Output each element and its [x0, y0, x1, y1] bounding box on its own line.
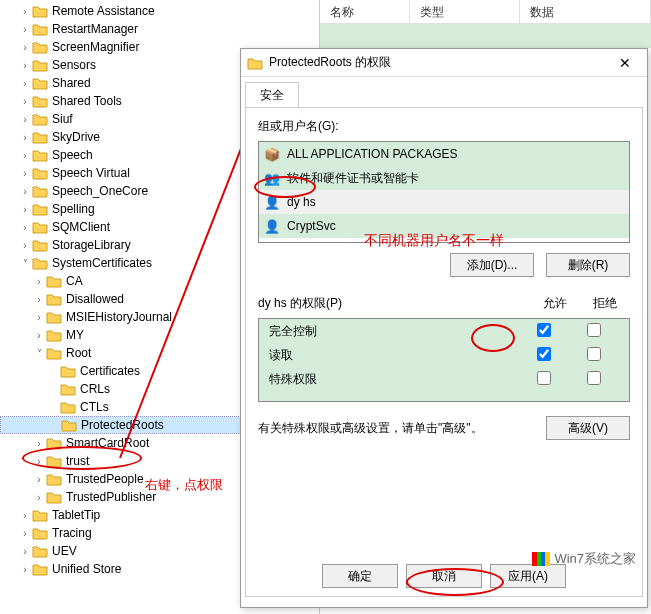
deny-read-checkbox[interactable] — [587, 347, 601, 361]
expand-icon[interactable]: › — [18, 58, 32, 72]
tree-label: Remote Assistance — [52, 4, 155, 18]
tree-label: TabletTip — [52, 508, 100, 522]
advanced-button[interactable]: 高级(V) — [546, 416, 630, 440]
expand-icon[interactable]: › — [18, 148, 32, 162]
folder-icon — [46, 346, 62, 360]
close-button[interactable]: ✕ — [609, 51, 641, 75]
tree-label: Speech_OneCore — [52, 184, 148, 198]
expand-icon[interactable]: ˅ — [32, 346, 46, 360]
expand-icon[interactable]: › — [32, 490, 46, 504]
add-button[interactable]: 添加(D)... — [450, 253, 534, 277]
expand-icon[interactable]: › — [18, 544, 32, 558]
col-type[interactable]: 类型 — [410, 0, 520, 23]
expand-icon[interactable]: › — [18, 526, 32, 540]
group-row[interactable]: 👥软件和硬件证书或智能卡 — [259, 166, 629, 190]
group-row[interactable]: 📦ALL APPLICATION PACKAGES — [259, 142, 629, 166]
tree-label: Tracing — [52, 526, 92, 540]
tree-label: Speech Virtual — [52, 166, 130, 180]
list-body[interactable] — [320, 24, 651, 48]
expand-icon[interactable]: › — [18, 4, 32, 18]
tree-label: MSIEHistoryJournal — [66, 310, 172, 324]
expand-icon[interactable]: › — [18, 22, 32, 36]
expand-icon[interactable]: › — [18, 508, 32, 522]
ok-button[interactable]: 确定 — [322, 564, 398, 588]
remove-button[interactable]: 删除(R) — [546, 253, 630, 277]
user-icon: 👤 — [263, 194, 281, 210]
expand-icon[interactable]: › — [32, 292, 46, 306]
expand-icon[interactable]: › — [18, 166, 32, 180]
folder-icon — [60, 364, 76, 378]
perm-row: 特殊权限 — [259, 367, 629, 391]
perm-row: 完全控制 — [259, 319, 629, 343]
allow-column-header: 允许 — [530, 295, 580, 312]
expand-icon[interactable]: › — [18, 238, 32, 252]
deny-special-checkbox[interactable] — [587, 371, 601, 385]
folder-icon — [32, 166, 48, 180]
allow-full-control-checkbox[interactable] — [537, 323, 551, 337]
expand-icon[interactable] — [46, 400, 60, 414]
expand-icon[interactable]: › — [18, 220, 32, 234]
expand-icon[interactable]: › — [18, 94, 32, 108]
folder-icon — [46, 472, 62, 486]
expand-icon[interactable] — [46, 364, 60, 378]
expand-icon[interactable]: › — [18, 184, 32, 198]
tree-label: RestartManager — [52, 22, 138, 36]
folder-icon — [46, 274, 62, 288]
group-row[interactable]: 👤dy hs — [259, 190, 629, 214]
permissions-list: 完全控制 读取 特殊权限 — [258, 318, 630, 402]
dialog-titlebar[interactable]: ProtectedRoots 的权限 ✕ — [241, 49, 647, 77]
folder-icon — [32, 562, 48, 576]
folder-icon — [32, 76, 48, 90]
expand-icon[interactable]: › — [32, 436, 46, 450]
folder-icon — [46, 454, 62, 468]
group-users-label: 组或用户名(G): — [258, 118, 630, 135]
tree-label: Unified Store — [52, 562, 121, 576]
expand-icon[interactable]: › — [18, 202, 32, 216]
expand-icon[interactable]: › — [18, 112, 32, 126]
tree-label: SystemCertificates — [52, 256, 152, 270]
expand-icon[interactable] — [46, 382, 60, 396]
allow-read-checkbox[interactable] — [537, 347, 551, 361]
folder-icon — [32, 238, 48, 252]
deny-column-header: 拒绝 — [580, 295, 630, 312]
folder-icon — [32, 202, 48, 216]
folder-icon — [32, 508, 48, 522]
folder-icon — [32, 22, 48, 36]
tab-security[interactable]: 安全 — [245, 82, 299, 108]
tree-label: CTLs — [80, 400, 109, 414]
col-data[interactable]: 数据 — [520, 0, 651, 23]
folder-icon — [32, 526, 48, 540]
expand-icon[interactable]: › — [32, 328, 46, 342]
allow-special-checkbox[interactable] — [537, 371, 551, 385]
permissions-dialog: ProtectedRoots 的权限 ✕ 安全 组或用户名(G): 📦ALL A… — [240, 48, 648, 608]
deny-full-control-checkbox[interactable] — [587, 323, 601, 337]
folder-icon — [32, 94, 48, 108]
expand-icon[interactable]: ˅ — [18, 256, 32, 270]
user-icon: 👤 — [263, 218, 281, 234]
expand-icon[interactable]: › — [18, 40, 32, 54]
col-name[interactable]: 名称 — [320, 0, 410, 23]
expand-icon[interactable]: › — [18, 130, 32, 144]
tree-label: ScreenMagnifier — [52, 40, 139, 54]
folder-icon — [60, 400, 76, 414]
tree-label: Speech — [52, 148, 93, 162]
expand-icon[interactable]: › — [32, 274, 46, 288]
expand-icon[interactable]: › — [18, 76, 32, 90]
expand-icon[interactable]: › — [32, 454, 46, 468]
folder-icon — [32, 256, 48, 270]
tree-label: CA — [66, 274, 83, 288]
expand-icon[interactable]: › — [32, 310, 46, 324]
folder-icon — [32, 130, 48, 144]
expand-icon[interactable]: › — [18, 562, 32, 576]
expand-icon[interactable] — [47, 418, 61, 432]
tree-item[interactable]: ›Remote Assistance — [0, 2, 319, 20]
expand-icon[interactable]: › — [32, 472, 46, 486]
tree-label: UEV — [52, 544, 77, 558]
windows-flag-icon — [532, 552, 550, 566]
tree-label: TrustedPeople — [66, 472, 144, 486]
tree-label: SQMClient — [52, 220, 110, 234]
tree-label: CRLs — [80, 382, 110, 396]
tree-item[interactable]: ›RestartManager — [0, 20, 319, 38]
cancel-button[interactable]: 取消 — [406, 564, 482, 588]
group-users-list[interactable]: 📦ALL APPLICATION PACKAGES 👥软件和硬件证书或智能卡 👤… — [258, 141, 630, 243]
